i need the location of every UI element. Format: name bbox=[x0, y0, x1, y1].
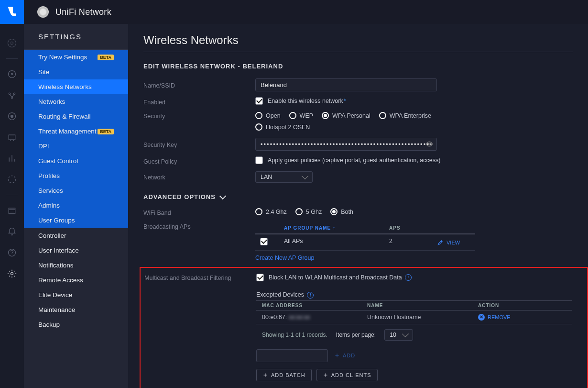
content-pane: Wireless Networks EDIT WIRELESS NETWORK … bbox=[128, 24, 588, 388]
block-multicast-checkbox[interactable] bbox=[256, 274, 264, 281]
svg-point-6 bbox=[11, 115, 13, 118]
security-radio[interactable] bbox=[255, 112, 262, 119]
pencil-icon bbox=[437, 239, 444, 246]
mac-input[interactable] bbox=[256, 349, 328, 362]
aps-header[interactable]: APS bbox=[389, 225, 437, 231]
ap-group-row: All APs 2 VIEW bbox=[255, 234, 475, 251]
controller-icon[interactable] bbox=[37, 6, 49, 18]
items-per-page-select[interactable]: 10 bbox=[384, 329, 413, 341]
ssid-input[interactable] bbox=[255, 78, 437, 91]
nav-help-icon[interactable] bbox=[6, 247, 18, 258]
band-radio[interactable] bbox=[295, 208, 303, 215]
security-radio[interactable] bbox=[255, 123, 262, 131]
band-radio[interactable] bbox=[255, 208, 262, 215]
network-label: Network bbox=[143, 173, 255, 181]
settings-sidebar: SETTINGS Try New SettingsBETASiteWireles… bbox=[24, 24, 128, 388]
broadcasting-aps-label: Broadcasting APs bbox=[143, 222, 255, 230]
svg-point-0 bbox=[9, 71, 16, 78]
sidebar-item[interactable]: Notifications bbox=[24, 258, 128, 273]
key-label: Security Key bbox=[143, 141, 255, 148]
nav-insight-icon[interactable] bbox=[6, 68, 18, 80]
sidebar-item[interactable]: Wireless Networks bbox=[24, 79, 128, 94]
sidebar-item[interactable]: DPI bbox=[24, 139, 128, 154]
svg-point-1 bbox=[11, 73, 12, 75]
sidebar-title: SETTINGS bbox=[24, 33, 128, 49]
info-icon[interactable]: i bbox=[307, 292, 314, 299]
ap-group-name-header[interactable]: AP GROUP NAME ↑ bbox=[284, 225, 389, 231]
svg-point-4 bbox=[11, 97, 12, 98]
wifiband-label: WiFi Band bbox=[143, 209, 255, 216]
sidebar-item[interactable]: Routing & Firewall bbox=[24, 109, 128, 124]
security-radio[interactable] bbox=[379, 112, 386, 119]
name-header: NAME bbox=[367, 303, 478, 308]
guest-checkbox[interactable] bbox=[255, 156, 263, 164]
advanced-toggle[interactable]: ADVANCED OPTIONS bbox=[143, 193, 573, 200]
svg-point-8 bbox=[9, 176, 16, 183]
eye-icon[interactable] bbox=[425, 140, 433, 148]
create-ap-group-link[interactable]: Create New AP Group bbox=[255, 255, 573, 261]
remove-icon: ✕ bbox=[478, 314, 485, 321]
page-title: Wireless Networks bbox=[143, 33, 573, 47]
sidebar-item[interactable]: Services bbox=[24, 183, 128, 198]
nav-events-icon[interactable] bbox=[6, 205, 18, 216]
sidebar-item[interactable]: Admins bbox=[24, 198, 128, 213]
svg-rect-9 bbox=[9, 208, 15, 214]
section-title: EDIT WIRELESS NETWORK - BELERIAND bbox=[143, 63, 573, 70]
action-header: ACTION bbox=[478, 303, 572, 308]
add-link[interactable]: ＋ADD bbox=[334, 351, 355, 360]
svg-rect-7 bbox=[9, 135, 15, 140]
left-nav: D bbox=[0, 24, 24, 388]
sidebar-item[interactable]: Backup bbox=[24, 317, 128, 332]
svg-point-3 bbox=[13, 93, 15, 94]
enable-checkbox[interactable] bbox=[255, 97, 263, 105]
sidebar-item[interactable]: Elite Device bbox=[24, 288, 128, 302]
nav-clients-icon[interactable] bbox=[6, 89, 18, 101]
svg-point-11 bbox=[11, 273, 13, 275]
sidebar-item[interactable]: Try New SettingsBETA bbox=[24, 50, 128, 65]
nav-stats-icon[interactable] bbox=[6, 153, 18, 164]
sidebar-item[interactable]: Profiles bbox=[24, 168, 128, 183]
sidebar-item[interactable]: User Interface bbox=[24, 243, 128, 258]
beta-badge: BETA bbox=[98, 129, 114, 134]
info-icon[interactable]: i bbox=[405, 274, 412, 281]
security-radio[interactable] bbox=[289, 112, 296, 119]
band-radio[interactable] bbox=[330, 208, 338, 215]
network-select[interactable]: LAN bbox=[255, 171, 313, 183]
add-clients-button[interactable]: ADD CLIENTS bbox=[316, 369, 378, 381]
excepted-devices-title: Excepted Devicesi bbox=[256, 291, 572, 299]
ubiquiti-logo[interactable] bbox=[0, 0, 24, 24]
sidebar-item[interactable]: Maintenance bbox=[24, 302, 128, 317]
guest-label: Guest Policy bbox=[143, 157, 255, 165]
sidebar-item[interactable]: Networks bbox=[24, 94, 128, 109]
sidebar-item[interactable]: Site bbox=[24, 65, 128, 79]
app-title: UniFi Network bbox=[55, 7, 111, 17]
ap-group-checkbox[interactable] bbox=[260, 238, 268, 245]
svg-point-2 bbox=[9, 93, 10, 94]
showing-text: Showing 1-1 of 1 records. bbox=[262, 332, 327, 338]
add-batch-button[interactable]: ADD BATCH bbox=[256, 369, 312, 381]
mac-header: MAC ADDRESS bbox=[256, 303, 367, 308]
sidebar-item[interactable]: Guest Control bbox=[24, 154, 128, 168]
nav-dashboard-icon[interactable]: D bbox=[6, 37, 18, 49]
security-label: Security bbox=[143, 112, 255, 120]
view-link[interactable]: VIEW bbox=[437, 238, 475, 247]
remove-link[interactable]: ✕ REMOVE bbox=[478, 314, 572, 321]
nav-ring-icon[interactable] bbox=[6, 174, 18, 185]
nav-settings-icon[interactable] bbox=[6, 268, 18, 279]
chevron-down-icon bbox=[219, 192, 226, 199]
sidebar-item[interactable]: Remote Access bbox=[24, 273, 128, 288]
device-row: 00:e0:67:xx:xx:xx Unknown Hostname ✕ REM… bbox=[256, 310, 572, 324]
items-per-page-label: Items per page: bbox=[336, 332, 376, 338]
sidebar-item[interactable]: Threat ManagementBETA bbox=[24, 124, 128, 139]
svg-point-12 bbox=[428, 143, 430, 145]
sidebar-item[interactable]: User Groups bbox=[24, 213, 128, 228]
security-key-input[interactable] bbox=[255, 138, 437, 151]
beta-badge: BETA bbox=[98, 55, 114, 60]
nav-devices-icon[interactable] bbox=[6, 111, 18, 122]
name-label: Name/SSID bbox=[143, 81, 255, 89]
security-radio[interactable] bbox=[322, 112, 329, 119]
nav-alerts-icon[interactable] bbox=[6, 226, 18, 237]
sidebar-item[interactable]: Controller bbox=[24, 228, 128, 243]
nav-map-icon[interactable] bbox=[6, 132, 18, 143]
chevron-down-icon bbox=[302, 173, 308, 179]
